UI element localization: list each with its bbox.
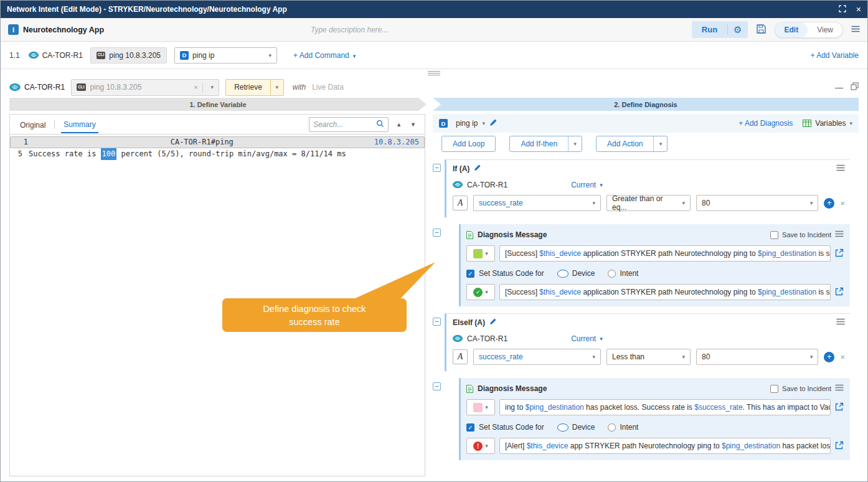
status-code-select[interactable]: ✓ ▾ <box>466 284 495 300</box>
panel-window-controls: — <box>835 82 859 92</box>
collapse-icon[interactable]: − <box>433 382 441 390</box>
prev-match-icon[interactable]: ▲ <box>395 121 403 128</box>
close-icon[interactable]: × <box>856 4 861 14</box>
code-text: Success rate is <box>29 148 101 160</box>
device-icon <box>9 83 21 91</box>
expand-message-icon[interactable] <box>835 248 844 259</box>
expand-message-icon[interactable] <box>835 287 844 298</box>
save-icon[interactable] <box>756 24 767 36</box>
variable-select[interactable]: success_rate ▾ <box>473 349 601 365</box>
device-radio[interactable]: Device <box>557 423 595 432</box>
edit-pencil-icon[interactable] <box>489 118 498 128</box>
view-mode-button[interactable]: View <box>808 22 842 37</box>
parser-value[interactable]: ping ip <box>456 119 478 128</box>
menu-icon[interactable] <box>851 26 860 34</box>
variable-token[interactable]: $this_device <box>539 288 581 296</box>
edit-mode-button[interactable]: Edit <box>775 22 808 37</box>
chevron-down-icon: ▾ <box>600 182 603 188</box>
add-action-label[interactable]: Add Action <box>597 139 653 148</box>
retrieve-label[interactable]: Retrieve <box>226 80 270 95</box>
cli-output[interactable]: 1 CA-TOR-R1#ping 10.8.3.205 5 Success ra… <box>10 135 425 476</box>
fullscreen-icon[interactable] <box>839 5 846 14</box>
intent-radio[interactable]: Intent <box>608 423 638 432</box>
add-condition-icon[interactable]: + <box>824 198 834 209</box>
add-command-button[interactable]: + Add Command▾ <box>293 51 356 60</box>
expand-message-icon[interactable] <box>835 441 844 451</box>
variable-token[interactable]: $ping_destination <box>526 403 584 412</box>
chevron-down-icon: ▾ <box>682 354 685 360</box>
set-status-label: Set Status Code for <box>479 423 544 432</box>
variable-token[interactable]: $success_rate <box>694 403 742 412</box>
save-to-incident-checkbox[interactable] <box>770 385 778 393</box>
message-input[interactable]: [Success] $this_device application STRYK… <box>499 284 831 300</box>
status-code-select[interactable]: ! ▾ <box>466 438 495 454</box>
color-select[interactable]: ▾ <box>466 245 495 262</box>
save-to-incident-checkbox[interactable] <box>770 231 778 239</box>
value-select[interactable]: 80 ▾ <box>696 349 818 365</box>
splitter[interactable] <box>1 69 867 77</box>
add-if-then-label[interactable]: Add If-then <box>510 139 568 148</box>
intent-radio[interactable]: Intent <box>608 269 638 278</box>
value-select[interactable]: 80 ▾ <box>696 195 818 211</box>
code-text: percent (5/5), round-trip min/avg/max = … <box>116 148 346 160</box>
block-menu-icon[interactable] <box>835 384 844 393</box>
parser-select[interactable]: D ping ip ▾ <box>174 47 277 64</box>
scope-select[interactable]: Current ▾ <box>571 181 603 189</box>
set-status-checkbox[interactable]: ✓ <box>466 270 474 278</box>
variable-token[interactable]: $ping_destination <box>722 442 780 450</box>
minimize-icon[interactable]: — <box>835 83 843 92</box>
tab-original[interactable]: Original <box>17 116 48 133</box>
tab-summary[interactable]: Summary <box>61 116 98 133</box>
add-action-dropdown[interactable]: ▾ <box>653 136 667 151</box>
color-select[interactable]: ▾ <box>466 399 495 415</box>
chevron-down-icon[interactable]: ▾ <box>482 120 485 126</box>
remove-condition-icon[interactable]: × <box>840 199 845 208</box>
run-button[interactable]: Run <box>692 25 727 34</box>
add-loop-button[interactable]: Add Loop <box>441 136 496 152</box>
operator-select[interactable]: Greater than or eq... ▾ <box>606 195 691 211</box>
variable-token[interactable]: $this_device <box>539 249 581 258</box>
scope-select[interactable]: Current ▾ <box>571 334 603 343</box>
device-chip[interactable]: CA-TOR-R1 <box>29 51 83 60</box>
description-input[interactable]: Type description here... <box>311 26 389 34</box>
set-status-checkbox[interactable]: ✓ <box>466 423 474 432</box>
collapse-icon[interactable]: − <box>433 164 441 172</box>
clear-command-icon[interactable]: × <box>194 83 197 91</box>
add-variable-button[interactable]: + Add Variable <box>810 51 859 60</box>
gear-icon[interactable]: ⚙ <box>728 24 747 35</box>
command-chip[interactable]: CLI ping 10.8.3.205 <box>90 47 167 64</box>
expand-message-icon[interactable] <box>835 402 844 413</box>
message-input[interactable]: [Alert] $this_device app STRYKER path Ne… <box>499 438 831 454</box>
block-menu-icon[interactable] <box>836 164 845 173</box>
operator-select[interactable]: Less than ▾ <box>606 349 691 365</box>
search-input[interactable] <box>313 120 376 129</box>
edit-pencil-icon[interactable] <box>474 164 481 173</box>
collapse-icon[interactable]: − <box>433 318 441 326</box>
next-match-icon[interactable]: ▼ <box>409 121 417 128</box>
splitter-handle-icon[interactable] <box>428 71 440 75</box>
retrieve-dropdown[interactable]: ▾ <box>270 80 283 95</box>
restore-icon[interactable] <box>851 82 859 92</box>
variable-token[interactable]: $ping_destination <box>758 249 816 258</box>
variable-token[interactable]: $this_device <box>527 442 568 450</box>
command-select[interactable]: CLI ping 10.8.3.205 × ▾ <box>71 79 219 96</box>
variable-select[interactable]: success_rate ▾ <box>473 195 601 211</box>
variable-token[interactable]: $ping_destination <box>758 288 816 296</box>
edit-pencil-icon[interactable] <box>489 318 497 327</box>
block-menu-icon[interactable] <box>836 318 845 327</box>
block-menu-icon[interactable] <box>835 230 844 239</box>
variables-button[interactable]: Variables ▾ <box>803 119 852 128</box>
message-input[interactable]: [Success] $this_device application STRYK… <box>499 245 831 262</box>
device-radio[interactable]: Device <box>557 269 595 278</box>
variable-value: success_rate <box>479 352 523 361</box>
add-diagnosis-button[interactable]: + Add Diagnosis <box>738 119 793 128</box>
add-condition-icon[interactable]: + <box>824 352 834 362</box>
message-row: ▾ ing to $ping_destination has packet lo… <box>466 399 844 415</box>
remove-condition-icon[interactable]: × <box>840 352 845 362</box>
collapse-icon[interactable]: − <box>433 229 441 237</box>
message-text: [Success] <box>505 249 539 258</box>
chevron-down-icon: ▾ <box>485 404 488 410</box>
add-if-then-dropdown[interactable]: ▾ <box>568 136 582 151</box>
search-icon[interactable] <box>376 120 384 130</box>
message-input[interactable]: ing to $ping_destination has packet loss… <box>499 399 831 415</box>
